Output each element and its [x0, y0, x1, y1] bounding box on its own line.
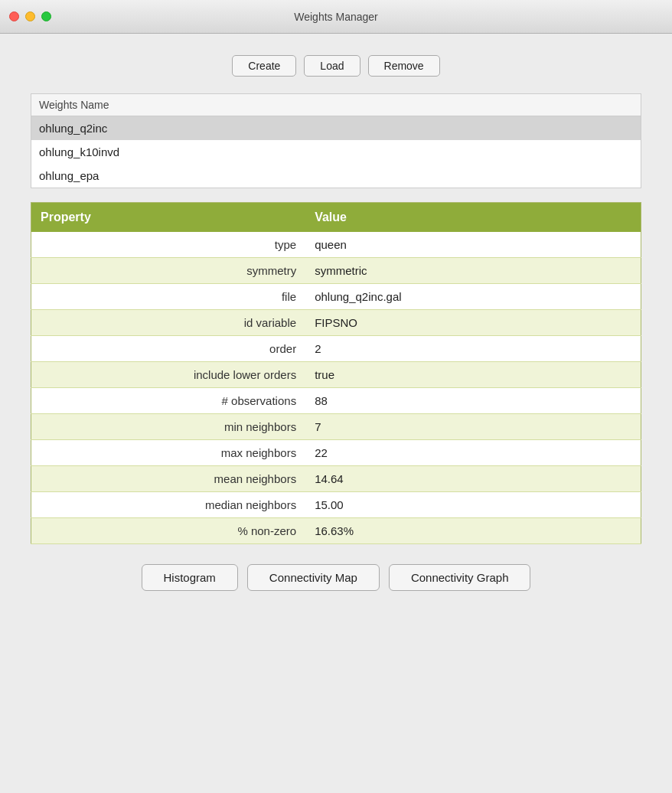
table-row: id variableFIPSNO [31, 310, 641, 336]
table-row: mean neighbors14.64 [31, 466, 641, 492]
table-row: min neighbors7 [31, 414, 641, 440]
table-row: % non-zero16.63% [31, 518, 641, 544]
value-cell: FIPSNO [305, 310, 641, 336]
weights-list-header: Weights Name [31, 94, 641, 116]
histogram-button[interactable]: Histogram [142, 564, 238, 591]
list-item[interactable]: ohlung_q2inc [31, 116, 641, 140]
property-cell: type [31, 232, 306, 258]
property-cell: id variable [31, 310, 306, 336]
minimize-button[interactable] [25, 11, 35, 21]
value-cell: 22 [305, 440, 641, 466]
table-row: order2 [31, 336, 641, 362]
top-toolbar: Create Load Remove [31, 55, 641, 77]
property-cell: symmetry [31, 258, 306, 284]
title-bar: Weights Manager [0, 0, 672, 34]
property-column-header: Property [31, 203, 306, 233]
list-item[interactable]: ohlung_k10invd [31, 140, 641, 164]
property-cell: file [31, 284, 306, 310]
weights-list-container: Weights Name ohlung_q2inc ohlung_k10invd… [31, 93, 641, 188]
value-cell: 15.00 [305, 492, 641, 518]
property-cell: % non-zero [31, 518, 306, 544]
properties-table: Property Value typequeensymmetrysymmetri… [31, 202, 641, 544]
window-title: Weights Manager [294, 11, 377, 23]
value-cell: 7 [305, 414, 641, 440]
table-row: typequeen [31, 232, 641, 258]
property-cell: mean neighbors [31, 466, 306, 492]
table-row: include lower orderstrue [31, 362, 641, 388]
table-row: # observations88 [31, 388, 641, 414]
value-cell: queen [305, 232, 641, 258]
connectivity-map-button[interactable]: Connectivity Map [247, 564, 380, 591]
table-row: max neighbors22 [31, 440, 641, 466]
property-cell: order [31, 336, 306, 362]
close-button[interactable] [9, 11, 19, 21]
remove-button[interactable]: Remove [368, 55, 440, 77]
table-row: symmetrysymmetric [31, 258, 641, 284]
value-cell: ohlung_q2inc.gal [305, 284, 641, 310]
value-cell: symmetric [305, 258, 641, 284]
value-column-header: Value [305, 203, 641, 233]
value-cell: true [305, 362, 641, 388]
list-item[interactable]: ohlung_epa [31, 164, 641, 188]
maximize-button[interactable] [41, 11, 51, 21]
window-controls[interactable] [9, 11, 51, 21]
value-cell: 2 [305, 336, 641, 362]
create-button[interactable]: Create [232, 55, 296, 77]
property-cell: include lower orders [31, 362, 306, 388]
property-cell: # observations [31, 388, 306, 414]
table-row: median neighbors15.00 [31, 492, 641, 518]
property-cell: min neighbors [31, 414, 306, 440]
property-cell: max neighbors [31, 440, 306, 466]
property-cell: median neighbors [31, 492, 306, 518]
main-content: Create Load Remove Weights Name ohlung_q… [0, 34, 672, 606]
value-cell: 16.63% [305, 518, 641, 544]
bottom-toolbar: Histogram Connectivity Map Connectivity … [31, 564, 641, 591]
load-button[interactable]: Load [304, 55, 360, 77]
value-cell: 88 [305, 388, 641, 414]
table-row: fileohlung_q2inc.gal [31, 284, 641, 310]
value-cell: 14.64 [305, 466, 641, 492]
connectivity-graph-button[interactable]: Connectivity Graph [389, 564, 531, 591]
